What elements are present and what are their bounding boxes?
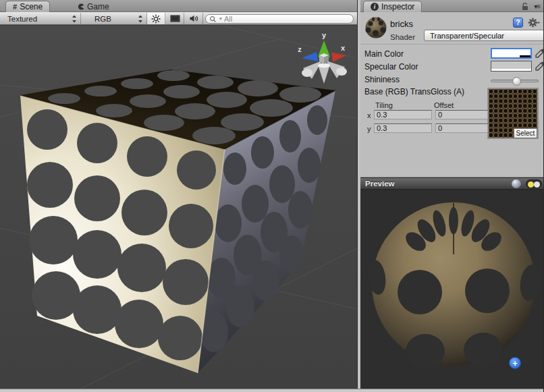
sun-icon (151, 14, 161, 24)
render-paths-toggle-button[interactable] (166, 13, 184, 24)
search-filter-label: All (224, 15, 232, 23)
shininess-slider[interactable] (491, 80, 539, 82)
color-channel-dropdown[interactable]: RGB (82, 13, 147, 24)
specular-color-swatch[interactable] (491, 61, 532, 72)
offset-y-field[interactable] (435, 123, 488, 133)
scene-toolbar: Textured RGB (0, 12, 357, 25)
color-channel-label: RGB (94, 15, 138, 23)
gizmo-y-label: y (322, 31, 327, 39)
game-icon (77, 3, 84, 10)
tab-game[interactable]: Game (70, 1, 116, 12)
tab-inspector[interactable]: i Inspector (363, 1, 422, 12)
tiling-x-field[interactable] (374, 110, 432, 119)
speaker-icon (189, 14, 198, 23)
gear-caret-icon (537, 22, 540, 23)
unity-editor-window: # Scene Game Textured RGB (0, 0, 544, 392)
lighting-toggle-button[interactable] (147, 13, 165, 24)
preview-mesh-toggle-icon[interactable] (512, 179, 521, 188)
render-mode-label: Textured (7, 15, 72, 23)
scene-tabbar: # Scene Game (0, 0, 357, 12)
shininess-label: Shininess (364, 75, 400, 84)
base-map-label: Base (RGB) TransGloss (A) (364, 87, 464, 96)
render-mode-dropdown[interactable]: Textured (1, 13, 81, 24)
tab-scene[interactable]: # Scene (5, 1, 50, 12)
texture-select-button[interactable]: Select (514, 128, 537, 138)
main-color-swatch[interactable] (491, 48, 532, 59)
uv-y-axis-label: y (367, 125, 371, 133)
search-icon (209, 16, 217, 23)
scene-viewport[interactable]: y z x (0, 26, 357, 389)
offset-x-field[interactable] (435, 110, 488, 119)
main-color-label: Main Color (364, 49, 404, 59)
shininess-slider-handle[interactable] (512, 77, 521, 86)
updown-arrows-icon (138, 15, 143, 23)
image-icon (170, 14, 180, 23)
material-inspector: bricks ? Shader Transparent/Specular Mai… (360, 12, 544, 177)
lock-icon[interactable] (521, 2, 530, 11)
grid-icon: # (13, 3, 17, 11)
header-divider (360, 44, 544, 45)
gizmo-x-label: x (341, 44, 346, 52)
scene-search-field[interactable]: All (205, 14, 354, 24)
preview-title: Preview (365, 179, 394, 188)
panel-menu-icon[interactable]: ▾≡ (534, 3, 540, 10)
offset-header: Offset (434, 101, 454, 109)
inspector-tabbar: i Inspector ▾≡ (360, 0, 544, 12)
shader-dropdown[interactable]: Transparent/Specular (424, 30, 544, 41)
main-color-alpha-remainder (520, 55, 531, 57)
eyedropper-icon[interactable] (535, 61, 544, 72)
add-button[interactable]: + (509, 357, 521, 369)
tiling-y-field[interactable] (374, 123, 432, 133)
preview-header[interactable]: Preview (360, 177, 544, 190)
preview-light-toggle-icon[interactable] (526, 179, 542, 188)
material-thumbnail[interactable] (364, 16, 387, 39)
specular-color-alpha-bar (491, 69, 531, 71)
updown-arrows-icon (72, 15, 77, 23)
material-name: bricks (390, 19, 413, 29)
window-bottom-edge (0, 389, 544, 392)
shader-value: Transparent/Specular (430, 32, 544, 40)
main-color-alpha-bar (492, 55, 520, 57)
shader-label: Shader (390, 33, 415, 41)
uv-x-axis-label: x (367, 111, 371, 119)
tab-inspector-label: Inspector (381, 2, 414, 11)
inspector-pane: i Inspector ▾≡ (360, 0, 544, 389)
tab-scene-label: Scene (20, 2, 43, 11)
search-filter-caret-icon (219, 18, 223, 20)
scene-pane: # Scene Game Textured RGB (0, 0, 357, 389)
specular-color-label: Specular Color (364, 62, 418, 72)
help-icon[interactable]: ? (513, 18, 523, 28)
tiling-header: Tiling (375, 101, 393, 109)
scene-render: y z x (0, 26, 357, 389)
audio-toggle-button[interactable] (185, 13, 203, 24)
eyedropper-icon[interactable] (535, 48, 544, 59)
material-preview-viewport[interactable]: + (360, 190, 544, 389)
info-icon: i (371, 3, 379, 11)
gizmo-z-label: z (298, 45, 302, 53)
tab-game-label: Game (87, 2, 109, 11)
gear-icon[interactable] (528, 18, 541, 28)
